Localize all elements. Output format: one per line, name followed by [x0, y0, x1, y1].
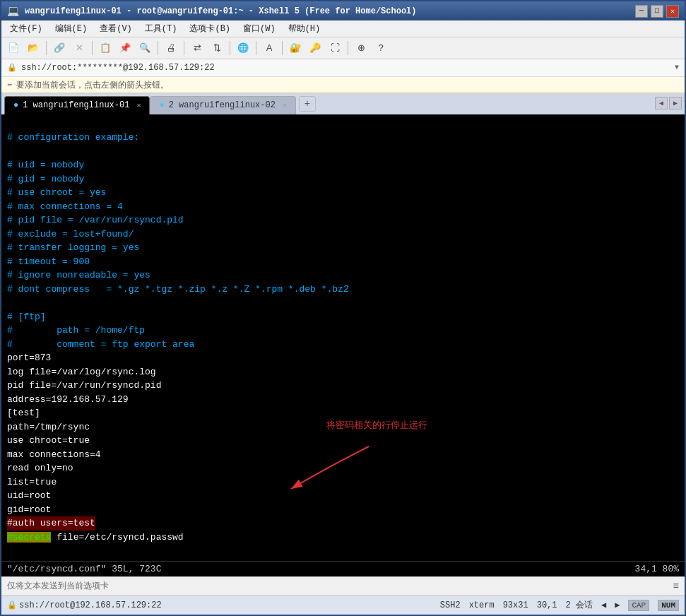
fullscreen-button[interactable]: ⛶	[326, 40, 344, 57]
tab-2[interactable]: ● 2 wangruifenglinux-02 ✕	[150, 96, 295, 114]
paste-button[interactable]: 📌	[116, 40, 134, 57]
close-button[interactable]: ✕	[666, 5, 679, 18]
menu-help[interactable]: 帮助(H)	[283, 21, 326, 36]
status-right: SSH2 xterm 93x31 30,1 2 会话 ◀ ▶ CAP NUM	[440, 599, 679, 611]
minimize-button[interactable]: ─	[635, 5, 648, 18]
status-address-text: ssh://root@192.168.57.129:22	[19, 600, 162, 610]
line-30-keyword: #secrets	[7, 532, 51, 543]
line-30-mixed: #secrets file=/etc/rsyncd.passwd	[7, 531, 184, 545]
line-11: # ignore nonreadable = yes	[7, 270, 150, 280]
tab-1-dot: ●	[13, 100, 18, 110]
menu-edit[interactable]: 编辑(E)	[49, 21, 93, 36]
line-10: # timeout = 900	[7, 256, 90, 267]
globe-button[interactable]: 🌐	[234, 40, 252, 57]
help-button[interactable]: ?	[372, 40, 390, 57]
menu-file[interactable]: 文件(F)	[4, 21, 48, 36]
line-21: [test]	[7, 408, 40, 418]
line-27: uid=root	[7, 490, 51, 501]
info-bar: ⬅ 要添加当前会话，点击左侧的箭头按钮。	[1, 77, 685, 93]
line-12: # dont compress = *.gz *.tgz *.zip *.z *…	[7, 284, 349, 295]
line-29-highlighted: #auth users=test	[7, 516, 95, 531]
search-button[interactable]: 🔍	[136, 40, 154, 57]
tab-1-close[interactable]: ✕	[136, 101, 141, 109]
key-button[interactable]: 🔑	[306, 40, 324, 57]
print-button[interactable]: 🖨	[162, 40, 180, 57]
menu-bar: 文件(F) 编辑(E) 查看(V) 工具(T) 选项卡(B) 窗口(W) 帮助(…	[1, 20, 685, 37]
status-position: 30,1	[537, 600, 557, 610]
line-23: use chroot=true	[7, 435, 90, 446]
line-14: # [ftp]	[7, 312, 46, 322]
vim-status-right: 34,1 80%	[635, 564, 679, 574]
tab-add-button[interactable]: +	[299, 96, 316, 112]
menu-window[interactable]: 窗口(W)	[237, 21, 281, 36]
menu-tools[interactable]: 工具(T)	[139, 21, 183, 36]
line-3: # uid = nobody	[7, 160, 84, 170]
terminal-content: # configuration example: # uid = nobody …	[7, 117, 679, 558]
arrow-left-icon: ⬅	[7, 80, 12, 90]
menu-tabs[interactable]: 选项卡(B)	[184, 21, 236, 36]
line-5: # use chroot = yes	[7, 187, 106, 198]
line-24: max connections=4	[7, 449, 101, 460]
line-9: # transfer logging = yes	[7, 242, 139, 253]
tab-next-button[interactable]: ▶	[669, 97, 682, 109]
tab-prev-button[interactable]: ◀	[655, 97, 668, 109]
status-sessions: 2 会话	[566, 599, 593, 611]
sftp-button[interactable]: ⇅	[208, 40, 226, 57]
line-28: gid=root	[7, 504, 51, 515]
title-text: wangruifenglinux-01 - root@wangruifeng-0…	[25, 6, 417, 16]
tab-bar: ● 1 wangruifenglinux-01 ✕ ● 2 wangruifen…	[1, 93, 685, 114]
address-text: ssh://root:*********@192.168.57.129:22	[21, 63, 215, 73]
sep3	[158, 41, 158, 55]
bottom-status-bar: 🔒 ssh://root@192.168.57.129:22 SSH2 xter…	[1, 596, 685, 615]
font-button[interactable]: A	[260, 40, 278, 57]
status-lock-icon: 🔒	[7, 600, 17, 610]
window-controls: ─ □ ✕	[635, 5, 679, 18]
menu-icon[interactable]: ≡	[673, 581, 679, 592]
status-protocol: SSH2	[440, 600, 461, 610]
sep4	[184, 41, 184, 55]
line-20: address=192.168.57.129	[7, 394, 129, 405]
line-15: # path = /home/ftp	[7, 325, 145, 336]
menu-view[interactable]: 查看(V)	[94, 21, 138, 36]
transfer-button[interactable]: ⇄	[188, 40, 206, 57]
address-bar: 🔒 ssh://root:*********@192.168.57.129:22…	[1, 59, 685, 77]
title-bar: 💻 wangruifenglinux-01 - root@wangruifeng…	[1, 1, 685, 20]
line-22: path=/tmp/rsync	[7, 422, 90, 432]
address-dropdown[interactable]: ▼	[675, 64, 679, 71]
disconnect-button[interactable]: ✕	[70, 40, 88, 57]
copy-button[interactable]: 📋	[96, 40, 114, 57]
line-8: # exclude = lost+found/	[7, 229, 134, 239]
tab-2-close[interactable]: ✕	[283, 101, 287, 109]
vim-status-bar: "/etc/rsyncd.conf" 35L, 723C 34,1 80%	[1, 561, 685, 576]
tab-1[interactable]: ● 1 wangruifenglinux-01 ✕	[4, 96, 150, 114]
line-7: # pid file = /var/run/rsyncd.pid	[7, 215, 184, 225]
tab-nav: ◀ ▶	[655, 97, 682, 109]
line-26: list=true	[7, 477, 57, 487]
sep5	[230, 41, 230, 55]
connect-button[interactable]: 🔗	[50, 40, 69, 57]
open-button[interactable]: 📂	[24, 40, 42, 57]
zoom-button[interactable]: ⊕	[352, 40, 370, 57]
line-25: read only=no	[7, 463, 73, 473]
info-text: 要添加当前会话，点击左侧的箭头按钮。	[16, 79, 169, 91]
terminal[interactable]: # configuration example: # uid = nobody …	[1, 114, 685, 561]
new-session-button[interactable]: 📄	[4, 40, 23, 57]
cap-indicator: CAP	[628, 600, 649, 611]
terminal-wrapper: # configuration example: # uid = nobody …	[1, 114, 685, 576]
line-6: # max connections = 4	[7, 201, 123, 212]
sep1	[46, 41, 47, 55]
status-address: 🔒 ssh://root@192.168.57.129:22	[7, 600, 162, 610]
maximize-button[interactable]: □	[651, 5, 663, 18]
lock-button[interactable]: 🔐	[286, 40, 304, 57]
status-nav-left[interactable]: ◀	[601, 600, 606, 610]
app-window: 💻 wangruifenglinux-01 - root@wangruifeng…	[0, 0, 686, 616]
lock-icon: 🔒	[7, 63, 17, 72]
tab-2-label: 2 wangruifenglinux-02	[169, 100, 276, 110]
line-16: # comment = ftp export area	[7, 339, 194, 350]
toolbar: 📄 📂 🔗 ✕ 📋 📌 🔍 🖨 ⇄ ⇅ 🌐 A 🔐 🔑 ⛶ ⊕ ?	[1, 37, 685, 59]
status-nav-right[interactable]: ▶	[615, 600, 620, 610]
line-19: pid file=/var/run/rsyncd.pid	[7, 380, 161, 391]
sep6	[256, 41, 256, 55]
line-1: # configuration example:	[7, 132, 139, 143]
status-size: 93x31	[503, 600, 528, 610]
